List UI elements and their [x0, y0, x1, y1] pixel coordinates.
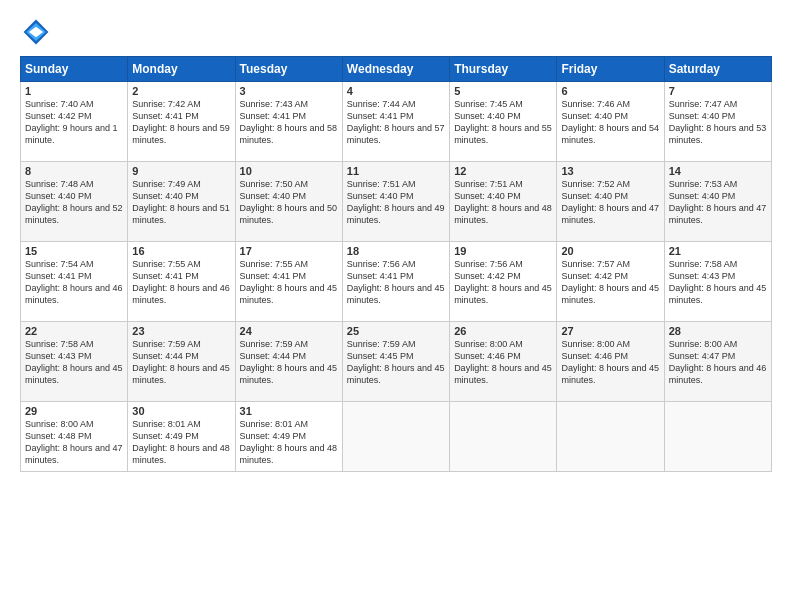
calendar-cell: 31Sunrise: 8:01 AMSunset: 4:49 PMDayligh…	[235, 402, 342, 472]
calendar-cell: 14Sunrise: 7:53 AMSunset: 4:40 PMDayligh…	[664, 162, 771, 242]
day-number: 30	[132, 405, 230, 417]
day-number: 24	[240, 325, 338, 337]
cell-info: Sunrise: 7:45 AMSunset: 4:40 PMDaylight:…	[454, 98, 552, 147]
page: SundayMondayTuesdayWednesdayThursdayFrid…	[0, 0, 792, 612]
calendar-cell: 15Sunrise: 7:54 AMSunset: 4:41 PMDayligh…	[21, 242, 128, 322]
cell-info: Sunrise: 7:55 AMSunset: 4:41 PMDaylight:…	[132, 258, 230, 307]
calendar-cell: 8Sunrise: 7:48 AMSunset: 4:40 PMDaylight…	[21, 162, 128, 242]
day-number: 21	[669, 245, 767, 257]
calendar-cell: 26Sunrise: 8:00 AMSunset: 4:46 PMDayligh…	[450, 322, 557, 402]
cell-info: Sunrise: 7:56 AMSunset: 4:42 PMDaylight:…	[454, 258, 552, 307]
day-number: 25	[347, 325, 445, 337]
cell-info: Sunrise: 7:42 AMSunset: 4:41 PMDaylight:…	[132, 98, 230, 147]
day-number: 11	[347, 165, 445, 177]
cell-info: Sunrise: 7:58 AMSunset: 4:43 PMDaylight:…	[25, 338, 123, 387]
day-number: 5	[454, 85, 552, 97]
cell-info: Sunrise: 8:00 AMSunset: 4:46 PMDaylight:…	[561, 338, 659, 387]
day-number: 27	[561, 325, 659, 337]
calendar-cell: 5Sunrise: 7:45 AMSunset: 4:40 PMDaylight…	[450, 82, 557, 162]
day-number: 8	[25, 165, 123, 177]
calendar-cell: 3Sunrise: 7:43 AMSunset: 4:41 PMDaylight…	[235, 82, 342, 162]
cell-info: Sunrise: 7:52 AMSunset: 4:40 PMDaylight:…	[561, 178, 659, 227]
week-row-2: 8Sunrise: 7:48 AMSunset: 4:40 PMDaylight…	[21, 162, 772, 242]
day-number: 20	[561, 245, 659, 257]
day-number: 9	[132, 165, 230, 177]
week-row-4: 22Sunrise: 7:58 AMSunset: 4:43 PMDayligh…	[21, 322, 772, 402]
day-number: 10	[240, 165, 338, 177]
cell-info: Sunrise: 7:59 AMSunset: 4:45 PMDaylight:…	[347, 338, 445, 387]
calendar-table: SundayMondayTuesdayWednesdayThursdayFrid…	[20, 56, 772, 472]
header-cell-tuesday: Tuesday	[235, 57, 342, 82]
day-number: 31	[240, 405, 338, 417]
cell-info: Sunrise: 8:01 AMSunset: 4:49 PMDaylight:…	[240, 418, 338, 467]
calendar-cell: 10Sunrise: 7:50 AMSunset: 4:40 PMDayligh…	[235, 162, 342, 242]
calendar-cell	[450, 402, 557, 472]
cell-info: Sunrise: 7:55 AMSunset: 4:41 PMDaylight:…	[240, 258, 338, 307]
day-number: 28	[669, 325, 767, 337]
calendar-cell: 18Sunrise: 7:56 AMSunset: 4:41 PMDayligh…	[342, 242, 449, 322]
header-cell-wednesday: Wednesday	[342, 57, 449, 82]
calendar-cell: 17Sunrise: 7:55 AMSunset: 4:41 PMDayligh…	[235, 242, 342, 322]
calendar-cell: 4Sunrise: 7:44 AMSunset: 4:41 PMDaylight…	[342, 82, 449, 162]
cell-info: Sunrise: 7:54 AMSunset: 4:41 PMDaylight:…	[25, 258, 123, 307]
cell-info: Sunrise: 7:46 AMSunset: 4:40 PMDaylight:…	[561, 98, 659, 147]
cell-info: Sunrise: 8:00 AMSunset: 4:47 PMDaylight:…	[669, 338, 767, 387]
calendar-cell: 19Sunrise: 7:56 AMSunset: 4:42 PMDayligh…	[450, 242, 557, 322]
logo	[20, 16, 56, 48]
calendar-cell: 1Sunrise: 7:40 AMSunset: 4:42 PMDaylight…	[21, 82, 128, 162]
cell-info: Sunrise: 7:59 AMSunset: 4:44 PMDaylight:…	[132, 338, 230, 387]
header-cell-sunday: Sunday	[21, 57, 128, 82]
cell-info: Sunrise: 7:48 AMSunset: 4:40 PMDaylight:…	[25, 178, 123, 227]
day-number: 17	[240, 245, 338, 257]
day-number: 2	[132, 85, 230, 97]
day-number: 29	[25, 405, 123, 417]
cell-info: Sunrise: 7:44 AMSunset: 4:41 PMDaylight:…	[347, 98, 445, 147]
header-cell-thursday: Thursday	[450, 57, 557, 82]
calendar-cell: 23Sunrise: 7:59 AMSunset: 4:44 PMDayligh…	[128, 322, 235, 402]
day-number: 6	[561, 85, 659, 97]
header-cell-monday: Monday	[128, 57, 235, 82]
calendar-cell: 24Sunrise: 7:59 AMSunset: 4:44 PMDayligh…	[235, 322, 342, 402]
cell-info: Sunrise: 7:47 AMSunset: 4:40 PMDaylight:…	[669, 98, 767, 147]
cell-info: Sunrise: 7:57 AMSunset: 4:42 PMDaylight:…	[561, 258, 659, 307]
day-number: 22	[25, 325, 123, 337]
day-number: 7	[669, 85, 767, 97]
calendar-cell	[557, 402, 664, 472]
day-number: 15	[25, 245, 123, 257]
calendar-cell: 20Sunrise: 7:57 AMSunset: 4:42 PMDayligh…	[557, 242, 664, 322]
day-number: 12	[454, 165, 552, 177]
day-number: 1	[25, 85, 123, 97]
cell-info: Sunrise: 8:00 AMSunset: 4:48 PMDaylight:…	[25, 418, 123, 467]
cell-info: Sunrise: 7:58 AMSunset: 4:43 PMDaylight:…	[669, 258, 767, 307]
calendar-cell: 6Sunrise: 7:46 AMSunset: 4:40 PMDaylight…	[557, 82, 664, 162]
calendar-cell: 30Sunrise: 8:01 AMSunset: 4:49 PMDayligh…	[128, 402, 235, 472]
day-number: 23	[132, 325, 230, 337]
day-number: 4	[347, 85, 445, 97]
day-number: 19	[454, 245, 552, 257]
logo-icon	[20, 16, 52, 48]
calendar-cell: 27Sunrise: 8:00 AMSunset: 4:46 PMDayligh…	[557, 322, 664, 402]
calendar-cell: 7Sunrise: 7:47 AMSunset: 4:40 PMDaylight…	[664, 82, 771, 162]
day-number: 18	[347, 245, 445, 257]
calendar-cell: 9Sunrise: 7:49 AMSunset: 4:40 PMDaylight…	[128, 162, 235, 242]
calendar-cell: 12Sunrise: 7:51 AMSunset: 4:40 PMDayligh…	[450, 162, 557, 242]
cell-info: Sunrise: 8:01 AMSunset: 4:49 PMDaylight:…	[132, 418, 230, 467]
calendar-cell: 13Sunrise: 7:52 AMSunset: 4:40 PMDayligh…	[557, 162, 664, 242]
calendar-cell: 11Sunrise: 7:51 AMSunset: 4:40 PMDayligh…	[342, 162, 449, 242]
calendar-cell	[342, 402, 449, 472]
header	[20, 16, 772, 48]
header-cell-saturday: Saturday	[664, 57, 771, 82]
day-number: 16	[132, 245, 230, 257]
cell-info: Sunrise: 7:43 AMSunset: 4:41 PMDaylight:…	[240, 98, 338, 147]
week-row-1: 1Sunrise: 7:40 AMSunset: 4:42 PMDaylight…	[21, 82, 772, 162]
header-row: SundayMondayTuesdayWednesdayThursdayFrid…	[21, 57, 772, 82]
day-number: 3	[240, 85, 338, 97]
calendar-cell	[664, 402, 771, 472]
header-cell-friday: Friday	[557, 57, 664, 82]
cell-info: Sunrise: 7:56 AMSunset: 4:41 PMDaylight:…	[347, 258, 445, 307]
cell-info: Sunrise: 7:50 AMSunset: 4:40 PMDaylight:…	[240, 178, 338, 227]
calendar-cell: 21Sunrise: 7:58 AMSunset: 4:43 PMDayligh…	[664, 242, 771, 322]
calendar-cell: 22Sunrise: 7:58 AMSunset: 4:43 PMDayligh…	[21, 322, 128, 402]
calendar-cell: 25Sunrise: 7:59 AMSunset: 4:45 PMDayligh…	[342, 322, 449, 402]
cell-info: Sunrise: 7:49 AMSunset: 4:40 PMDaylight:…	[132, 178, 230, 227]
